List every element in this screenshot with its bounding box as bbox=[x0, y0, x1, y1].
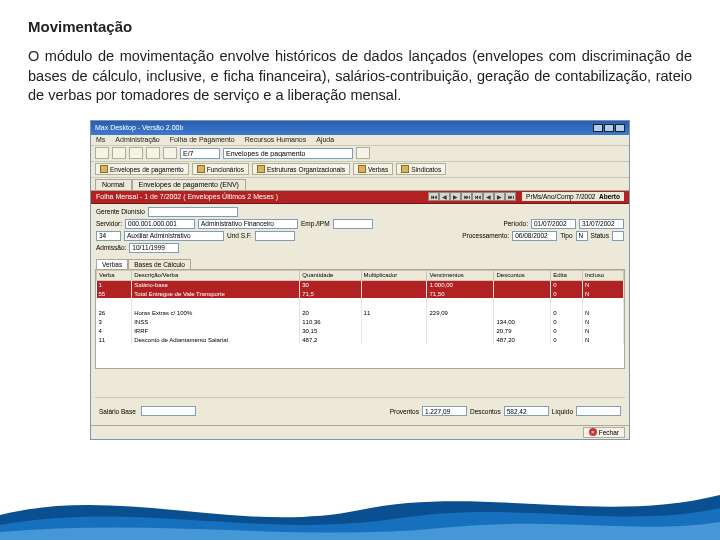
nav-button[interactable]: ⏮ bbox=[472, 192, 483, 201]
tab-estruturas[interactable]: Estruturas Organizacionais bbox=[252, 163, 350, 175]
salario-input[interactable] bbox=[141, 406, 196, 416]
statusbar: × Fechar bbox=[91, 425, 629, 439]
servidor-cod[interactable] bbox=[125, 219, 195, 229]
grid-header: Descontos bbox=[494, 270, 551, 280]
nav-button[interactable]: ⏭ bbox=[505, 192, 516, 201]
und-input[interactable] bbox=[255, 231, 295, 241]
nav-next-icon[interactable]: ▶ bbox=[450, 192, 461, 201]
table-row[interactable] bbox=[97, 298, 624, 308]
cargo-nome[interactable] bbox=[124, 231, 224, 241]
grid-outer-tabs: Verbas Bases de Cálculo bbox=[91, 258, 629, 269]
combo-2[interactable] bbox=[223, 148, 353, 159]
periodo-de[interactable] bbox=[531, 219, 576, 229]
adm-data[interactable] bbox=[129, 243, 179, 253]
emp-input[interactable] bbox=[333, 219, 373, 229]
subtab-normal[interactable]: Normal bbox=[95, 179, 132, 190]
data-grid[interactable]: VerbaDescrição/VerbaQuantidadeMultiplica… bbox=[95, 269, 625, 369]
sub-tabs: Normal Envelopes de pagamento (ENV) bbox=[91, 178, 629, 191]
decorative-wave bbox=[0, 470, 720, 540]
periodo-a[interactable] bbox=[579, 219, 624, 229]
maximize-button[interactable] bbox=[604, 124, 614, 132]
tool-button[interactable] bbox=[356, 147, 370, 159]
close-icon: × bbox=[589, 428, 597, 436]
grid-header: Verba bbox=[97, 270, 132, 280]
grid-tab-bases[interactable]: Bases de Cálculo bbox=[128, 259, 191, 269]
tab-funcionarios[interactable]: Funcionários bbox=[192, 163, 249, 175]
table-row[interactable]: 11Desconto de Adiantamento Salarial487,2… bbox=[97, 335, 624, 344]
tipo-label: Tipo bbox=[560, 232, 572, 239]
combo-1[interactable] bbox=[180, 148, 220, 159]
page-body: O módulo de movimentação envolve históri… bbox=[28, 47, 692, 106]
titlebar: Max Desktop - Versão 2.00b bbox=[91, 121, 629, 135]
menu-item[interactable]: Recursos Humanos bbox=[245, 136, 306, 143]
salario-label: Salário Base bbox=[99, 408, 136, 415]
menu-item[interactable]: Ajuda bbox=[316, 136, 334, 143]
gerente-input[interactable] bbox=[148, 207, 238, 217]
table-row[interactable]: 4IRRF30,1520,790N bbox=[97, 326, 624, 335]
minimize-button[interactable] bbox=[593, 124, 603, 132]
grid-header: Vencimentos bbox=[427, 270, 494, 280]
tool-button[interactable] bbox=[95, 147, 109, 159]
tipo-val[interactable] bbox=[576, 231, 588, 241]
adm-label: Admissão: bbox=[96, 244, 126, 251]
folder-icon bbox=[197, 165, 205, 173]
nav-first-icon[interactable]: ⏮ bbox=[428, 192, 439, 201]
descontos-val[interactable] bbox=[504, 406, 549, 416]
status-val[interactable] bbox=[612, 231, 624, 241]
folder-icon bbox=[401, 165, 409, 173]
cargo-num[interactable] bbox=[96, 231, 121, 241]
grid-tab-verbas[interactable]: Verbas bbox=[96, 259, 128, 269]
tool-button[interactable] bbox=[146, 147, 160, 159]
proc-data[interactable] bbox=[512, 231, 557, 241]
tab-sindicatos[interactable]: Sindicatos bbox=[396, 163, 446, 175]
menu-item[interactable]: Ms bbox=[96, 136, 105, 143]
toolbar bbox=[91, 146, 629, 162]
header-highlight: Folha Mensal - 1 de 7/2002 ( Envelopes Ú… bbox=[91, 191, 629, 204]
tab-verbas[interactable]: Verbas bbox=[353, 163, 393, 175]
status-label2: Status bbox=[591, 232, 609, 239]
tool-button[interactable] bbox=[163, 147, 177, 159]
nav-button[interactable]: ◀ bbox=[483, 192, 494, 201]
table-row[interactable]: 1Salário-base301.000,000N bbox=[97, 280, 624, 289]
table-row[interactable]: 55Total Entregue de Vale Transporte71,57… bbox=[97, 289, 624, 298]
nav-prev-icon[interactable]: ◀ bbox=[439, 192, 450, 201]
nav-buttons: ⏮ ◀ ▶ ⏭ ⏮ ◀ ▶ ⏭ bbox=[428, 192, 516, 201]
close-button[interactable] bbox=[615, 124, 625, 132]
page-title: Movimentação bbox=[28, 18, 692, 35]
totals-bar: Salário Base Proventos Descontos Líquido bbox=[95, 397, 625, 425]
menubar: Ms Administração Folha de Pagamento Recu… bbox=[91, 135, 629, 146]
folder-icon bbox=[358, 165, 366, 173]
app-window: Max Desktop - Versão 2.00b Ms Administra… bbox=[90, 120, 630, 440]
nav-last-icon[interactable]: ⏭ bbox=[461, 192, 472, 201]
menu-item[interactable]: Folha de Pagamento bbox=[170, 136, 235, 143]
folder-icon bbox=[257, 165, 265, 173]
grid-header: Quantidade bbox=[300, 270, 361, 280]
grid-header: Incluso bbox=[583, 270, 624, 280]
tab-envelopes[interactable]: Envelopes de pagamento bbox=[95, 163, 189, 175]
status-label: PrMs/Ano/Comp 7/2002 Aberto bbox=[522, 192, 624, 201]
fields-panel: Gerente Dionísio Servidor: Emp./IPM Perí… bbox=[91, 204, 629, 258]
grid-header: Edita bbox=[551, 270, 583, 280]
servidor-label: Servidor: bbox=[96, 220, 122, 227]
und-label: Und S.F. bbox=[227, 232, 252, 239]
proventos-val[interactable] bbox=[422, 406, 467, 416]
tool-button[interactable] bbox=[129, 147, 143, 159]
table-row[interactable]: 3INSS110,36134,000N bbox=[97, 317, 624, 326]
menu-item[interactable]: Administração bbox=[115, 136, 159, 143]
grid-header: Descrição/Verba bbox=[132, 270, 300, 280]
close-app-button[interactable]: × Fechar bbox=[583, 427, 625, 438]
liquido-val[interactable] bbox=[576, 406, 621, 416]
nav-button[interactable]: ▶ bbox=[494, 192, 505, 201]
table-row[interactable]: 26Horas Extras c/ 100%2011229,090N bbox=[97, 308, 624, 317]
grid-header: Multiplicador bbox=[361, 270, 427, 280]
header-title: Folha Mensal - 1 de 7/2002 ( Envelopes Ú… bbox=[96, 193, 278, 200]
emp-label: Emp./IPM bbox=[301, 220, 330, 227]
folder-icon bbox=[100, 165, 108, 173]
gerente-label: Gerente Dionísio bbox=[96, 208, 145, 215]
proc-label: Processamento: bbox=[462, 232, 509, 239]
periodo-label: Período: bbox=[503, 220, 528, 227]
toolbar-tabs: Envelopes de pagamento Funcionários Estr… bbox=[91, 162, 629, 178]
subtab-envelopes[interactable]: Envelopes de pagamento (ENV) bbox=[132, 179, 246, 190]
servidor-nome[interactable] bbox=[198, 219, 298, 229]
tool-button[interactable] bbox=[112, 147, 126, 159]
